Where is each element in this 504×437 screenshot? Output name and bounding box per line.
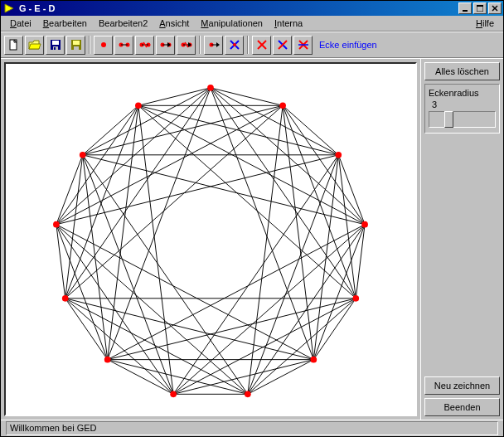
menu-hilfe[interactable]: Hilfe: [470, 17, 500, 30]
graph-edge[interactable]: [138, 105, 356, 298]
open-file-button[interactable]: [25, 36, 44, 55]
titlebar: G - E - D: [1, 1, 503, 16]
svg-rect-3: [477, 5, 483, 7]
graph-vertex[interactable]: [279, 102, 286, 109]
graph-edge[interactable]: [108, 360, 248, 395]
titlebar-buttons: [457, 2, 502, 14]
mode-edge-del-button[interactable]: [135, 36, 154, 55]
svg-point-17: [101, 42, 106, 47]
mode-x1-button[interactable]: [252, 36, 271, 55]
graph-edge[interactable]: [108, 225, 365, 360]
maximize-button[interactable]: [473, 2, 487, 14]
svg-rect-11: [52, 41, 59, 45]
graph-edge[interactable]: [56, 225, 313, 360]
menu-bearbeiten2[interactable]: Bearbeiten2: [93, 17, 153, 30]
graph-vertex[interactable]: [62, 295, 69, 302]
vertex-radius-slider[interactable]: [429, 111, 496, 128]
close-button[interactable]: [488, 2, 502, 14]
mode-x2-button[interactable]: [273, 36, 292, 55]
graph-edge[interactable]: [56, 105, 283, 224]
graph-vertex[interactable]: [352, 295, 359, 302]
graph-edge[interactable]: [56, 225, 108, 360]
graph-edge[interactable]: [56, 88, 211, 225]
graph-edge[interactable]: [65, 105, 138, 298]
graph-vertex[interactable]: [335, 152, 342, 158]
graph-edge[interactable]: [138, 105, 338, 155]
graph-edge[interactable]: [173, 360, 313, 395]
mode-x3-button[interactable]: [293, 36, 313, 55]
minimize-button[interactable]: [458, 2, 472, 14]
mode-arc-del-button[interactable]: [177, 36, 196, 55]
mode-edge-button[interactable]: [114, 36, 133, 55]
menu-interna[interactable]: Interna: [269, 17, 308, 30]
svg-rect-16: [74, 46, 79, 50]
svg-rect-15: [73, 41, 80, 45]
side-panel: Alles löschen Eckenradius 3 Neu zeichnen…: [420, 59, 503, 420]
svg-rect-1: [463, 10, 468, 12]
app-window: G - E - D Datei Bearbeiten Bearbeiten2 A…: [0, 0, 504, 437]
graph-vertex[interactable]: [170, 391, 177, 397]
main-area: Alles löschen Eckenradius 3 Neu zeichnen…: [1, 58, 503, 420]
toolbar-separator: [199, 36, 201, 54]
toolbar-mode-label: Ecke einfügen: [319, 40, 377, 50]
graph-edge[interactable]: [108, 299, 356, 360]
graph-edge[interactable]: [211, 88, 365, 225]
svg-marker-36: [216, 42, 220, 47]
status-text: Willkommen bei GED: [6, 421, 498, 435]
menubar: Datei Bearbeiten Bearbeiten2 Ansicht Man…: [1, 16, 503, 32]
svg-rect-13: [54, 47, 56, 50]
clear-all-button[interactable]: Alles löschen: [424, 62, 500, 80]
graph-edge[interactable]: [65, 105, 283, 298]
redraw-button[interactable]: Neu zeichnen: [424, 376, 500, 395]
svg-marker-0: [5, 4, 13, 12]
menu-datei[interactable]: Datei: [4, 17, 37, 30]
menu-bearbeiten[interactable]: Bearbeiten: [37, 17, 93, 30]
app-icon: [2, 2, 16, 15]
graph-edge[interactable]: [83, 105, 283, 155]
graph-edge[interactable]: [56, 225, 248, 395]
toolbar-separator: [247, 36, 249, 54]
graph-vertex[interactable]: [245, 391, 251, 397]
save-button[interactable]: [46, 36, 65, 55]
svg-marker-9: [29, 44, 41, 49]
vertex-radius-group: Eckenradius 3: [424, 84, 500, 134]
menu-ansicht[interactable]: Ansicht: [153, 17, 195, 30]
mode-arc-button[interactable]: [156, 36, 175, 55]
mode-vertex-button[interactable]: [94, 36, 113, 55]
mode-move-button[interactable]: [204, 36, 223, 55]
quit-button[interactable]: Beenden: [424, 398, 500, 416]
mode-delete-vertex-button[interactable]: [225, 36, 244, 55]
vertex-radius-label: Eckenradius: [429, 88, 496, 98]
graph-vertex[interactable]: [361, 221, 368, 228]
toolbar: Ecke einfügen: [1, 32, 503, 58]
graph-vertex[interactable]: [135, 102, 142, 109]
graph-edge[interactable]: [173, 225, 365, 395]
graph-edge[interactable]: [65, 299, 248, 395]
slider-thumb[interactable]: [444, 111, 453, 128]
menu-manipulationen[interactable]: Manipulationen: [195, 17, 269, 30]
graph-vertex[interactable]: [53, 221, 60, 228]
graph-edge[interactable]: [313, 225, 365, 360]
graph-edge[interactable]: [65, 299, 314, 360]
graph-vertex[interactable]: [104, 357, 111, 363]
new-file-button[interactable]: [4, 36, 23, 55]
canvas-frame: [1, 59, 420, 420]
toolbar-separator: [89, 36, 90, 54]
graph-edge[interactable]: [138, 105, 365, 224]
save-alt-button[interactable]: [66, 36, 85, 55]
graph-edge[interactable]: [173, 299, 356, 395]
graph-vertex[interactable]: [207, 85, 214, 91]
graph-edge[interactable]: [283, 105, 356, 298]
graph-canvas[interactable]: [4, 62, 417, 416]
statusbar: Willkommen bei GED: [1, 420, 503, 436]
graph-vertex[interactable]: [310, 357, 317, 363]
svg-point-39: [233, 43, 236, 46]
vertex-radius-value: 3: [432, 100, 496, 109]
graph-vertex[interactable]: [80, 152, 86, 158]
window-title: G - E - D: [19, 3, 457, 13]
